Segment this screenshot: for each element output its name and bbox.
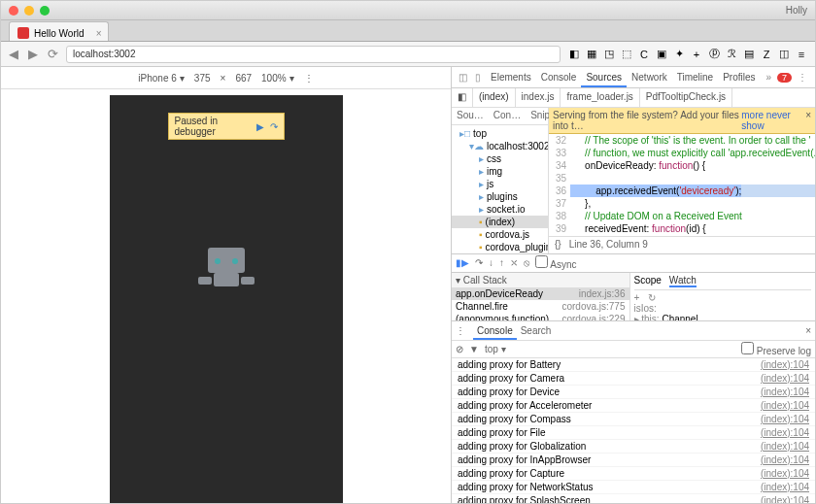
source-tab[interactable]: frame_loader.js [561, 88, 639, 107]
code-line[interactable]: 35 [549, 172, 815, 185]
code-line[interactable]: 33 // function, we must explicitly call … [549, 147, 815, 159]
console-tab[interactable]: Console [473, 323, 517, 340]
deactivate-breakpoints-button[interactable]: ⤬ [510, 257, 518, 268]
reload-button[interactable]: ⟳ [46, 47, 60, 61]
tree-item[interactable]: ▸js [452, 178, 548, 190]
console-message[interactable]: adding proxy for Accelerometer(index):10… [452, 399, 815, 413]
device-more-icon[interactable]: ⋮ [304, 73, 314, 84]
code-line[interactable]: 39 receivedEvent: function(id) { [549, 222, 815, 235]
code-line[interactable]: 32 // The scope of 'this' is the event. … [549, 134, 815, 147]
console-message[interactable]: adding proxy for Capture(index):104 [452, 467, 815, 481]
minimize-window-icon[interactable] [24, 6, 34, 16]
console-log[interactable]: adding proxy for Battery(index):104addin… [452, 358, 815, 504]
close-tab-icon[interactable]: × [96, 28, 102, 39]
zoom-select[interactable]: 100% ▾ [261, 73, 294, 84]
scope-tab[interactable]: Scope [634, 275, 662, 287]
device-select[interactable]: iPhone 6 ▾ [138, 73, 184, 84]
nav-subtab[interactable]: Con… [489, 108, 526, 124]
source-tab[interactable]: ◧ [452, 88, 473, 107]
close-window-icon[interactable] [9, 6, 18, 16]
extension-icon[interactable]: ◳ [601, 47, 617, 62]
call-stack-header[interactable]: ▾ Call Stack [452, 273, 629, 287]
step-icon[interactable]: ↷ [270, 121, 278, 132]
preserve-log-checkbox[interactable]: Preserve log [741, 342, 811, 356]
profile-name[interactable]: Holly [786, 5, 807, 16]
code-editor[interactable]: 32 // The scope of 'this' is the event. … [549, 134, 815, 236]
extension-icon[interactable]: Z [759, 47, 774, 62]
code-line[interactable]: 34 onDeviceReady: function() { [549, 159, 815, 172]
height-input[interactable]: 667 [235, 73, 252, 84]
source-tab[interactable]: (index) [473, 88, 516, 107]
browser-tab[interactable]: Hello World × [9, 21, 109, 41]
extension-icon[interactable]: C [636, 47, 652, 62]
extension-icon[interactable]: ⓟ [706, 47, 722, 62]
filter-icon[interactable]: ▼ [469, 344, 479, 354]
back-button[interactable]: ◀ [7, 47, 20, 61]
stack-frame[interactable]: Channel.firecordova.js:775 [452, 300, 629, 313]
console-message[interactable]: adding proxy for File(index):104 [452, 426, 815, 440]
context-select[interactable]: top ▾ [485, 344, 506, 354]
nav-subtab[interactable]: Sou… [452, 108, 489, 124]
url-input[interactable]: localhost:3002 [66, 46, 561, 63]
console-tab[interactable]: Search [517, 323, 556, 338]
code-line[interactable]: 37 }, [549, 197, 815, 210]
devtools-tab-elements[interactable]: Elements [486, 69, 536, 85]
console-message[interactable]: adding proxy for Camera(index):104 [452, 372, 815, 386]
info-close-icon[interactable]: × [805, 110, 811, 131]
devtools-tab-network[interactable]: Network [627, 69, 672, 85]
extension-icon[interactable]: ℛ [724, 47, 739, 62]
extension-icon[interactable]: ◫ [776, 47, 792, 62]
extension-icon[interactable]: ✦ [671, 47, 687, 62]
devtools-menu-icon[interactable]: ⋮ [794, 72, 811, 83]
extension-icon[interactable]: ≡ [794, 47, 809, 62]
watch-item[interactable]: isIos: [634, 303, 812, 314]
source-tab[interactable]: index.js [516, 88, 561, 107]
async-checkbox[interactable]: Async [535, 255, 576, 270]
tree-item[interactable]: ▸css [452, 152, 548, 165]
step-over-button[interactable]: ↷ [475, 257, 483, 268]
extension-icon[interactable]: ▦ [584, 47, 599, 62]
device-mode-icon[interactable]: ▯ [472, 72, 484, 83]
resume-icon[interactable]: ▶ [256, 121, 264, 132]
maximize-window-icon[interactable] [40, 6, 50, 16]
tree-item[interactable]: ▪(index) [452, 216, 548, 228]
info-link[interactable]: more never show [741, 110, 805, 131]
tree-item[interactable]: ▸□top [452, 127, 548, 140]
extension-icon[interactable]: ▣ [654, 47, 669, 62]
resume-button[interactable]: ▮▶ [456, 257, 469, 268]
pause-exceptions-button[interactable]: ⦸ [524, 257, 529, 269]
console-message[interactable]: adding proxy for Device(index):104 [452, 386, 815, 399]
console-message[interactable]: adding proxy for Compass(index):104 [452, 413, 815, 426]
inspect-icon[interactable]: ◫ [456, 72, 470, 83]
devtools-tab-console[interactable]: Console [536, 69, 582, 85]
extension-icon[interactable]: ▤ [741, 47, 757, 62]
forward-button[interactable]: ▶ [26, 47, 40, 61]
pretty-print-button[interactable]: {} [555, 239, 561, 252]
source-tab[interactable]: PdfTooltipCheck.js [640, 88, 732, 107]
step-into-button[interactable]: ↓ [489, 257, 493, 268]
devtools-tab-sources[interactable]: Sources [581, 69, 627, 87]
tree-item[interactable]: ▪cordova.js [452, 228, 548, 241]
tree-item[interactable]: ▸img [452, 165, 548, 178]
emulated-screen[interactable]: Paused in debugger ▶ ↷ [110, 95, 343, 503]
error-count-badge[interactable]: 7 [777, 73, 792, 83]
extension-icon[interactable]: ⬚ [619, 47, 634, 62]
devtools-tab-timeline[interactable]: Timeline [672, 69, 718, 85]
tree-item[interactable]: ▾☁localhost:3002 [452, 140, 548, 152]
console-message[interactable]: adding proxy for Battery(index):104 [452, 358, 815, 372]
tree-item[interactable]: ▸plugins [452, 190, 548, 203]
devtools-tab-profiles[interactable]: Profiles [718, 69, 760, 85]
stack-frame[interactable]: (anonymous function)cordova.js:229 [452, 313, 629, 320]
console-message[interactable]: adding proxy for Globalization(index):10… [452, 440, 815, 454]
console-message[interactable]: adding proxy for NetworkStatus(index):10… [452, 481, 815, 494]
tabs-overflow-icon[interactable]: » [763, 72, 776, 83]
watch-item[interactable]: ▸ this: Channel [634, 314, 812, 320]
step-out-button[interactable]: ↑ [499, 257, 504, 268]
extension-icon[interactable]: ◧ [566, 47, 582, 62]
drawer-close-icon[interactable]: × [805, 325, 811, 336]
clear-console-icon[interactable]: ⊘ [456, 344, 463, 354]
width-input[interactable]: 375 [194, 73, 211, 84]
tree-item[interactable]: ▪cordova_plugins.js [452, 241, 548, 253]
console-message[interactable]: adding proxy for SplashScreen(index):104 [452, 494, 815, 504]
drawer-menu-icon[interactable]: ⋮ [456, 325, 465, 336]
